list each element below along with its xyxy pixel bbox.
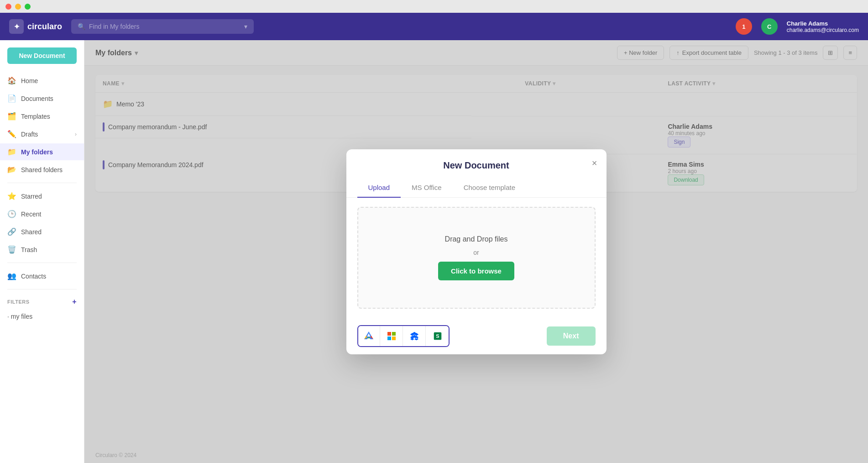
modal-tabs: Upload MS Office Choose template bbox=[346, 178, 607, 198]
svg-rect-3 bbox=[392, 337, 396, 340]
sidebar-item-label: Templates bbox=[21, 113, 50, 120]
svg-rect-2 bbox=[387, 337, 391, 340]
sharepoint-button[interactable]: S bbox=[427, 326, 449, 346]
sidebar-item-shared-folders[interactable]: 📂 Shared folders bbox=[0, 161, 84, 178]
browse-button[interactable]: Click to browse bbox=[438, 262, 514, 280]
windows-icon bbox=[387, 331, 397, 341]
new-document-modal: New Document × Upload MS Office Choose t… bbox=[346, 149, 607, 354]
search-dropdown-icon[interactable]: ▾ bbox=[244, 23, 247, 30]
drag-drop-text: Drag and Drop files bbox=[445, 235, 508, 243]
google-drive-icon bbox=[363, 331, 374, 342]
drafts-icon: ✏️ bbox=[7, 130, 16, 138]
modal-footer: S Next bbox=[346, 318, 607, 354]
search-icon: 🔍 bbox=[78, 23, 85, 30]
modal-body: Drag and Drop files or Click to browse bbox=[346, 198, 607, 318]
sidebar-divider-3 bbox=[7, 289, 77, 289]
app-logo: ✦ circularo bbox=[9, 19, 62, 34]
upload-drop-area[interactable]: Drag and Drop files or Click to browse bbox=[357, 207, 596, 309]
sidebar-item-label: Drafts bbox=[21, 131, 38, 138]
cloud-sources-group: S bbox=[357, 325, 450, 347]
new-document-button[interactable]: New Document bbox=[7, 47, 77, 64]
home-icon: 🏠 bbox=[7, 76, 16, 85]
sidebar-item-starred[interactable]: ⭐ Starred bbox=[0, 188, 84, 205]
minimize-window-button[interactable] bbox=[15, 4, 21, 10]
sidebar-item-label: Contacts bbox=[21, 273, 46, 280]
filters-section: FILTERS + bbox=[0, 294, 84, 308]
my-folders-icon: 📁 bbox=[7, 147, 16, 156]
app-container: ✦ circularo 🔍 ▾ 1 C Charlie Adams charli… bbox=[0, 13, 868, 463]
modal-overlay[interactable]: New Document × Upload MS Office Choose t… bbox=[84, 40, 868, 463]
trash-icon: 🗑️ bbox=[7, 245, 16, 254]
user-info: Charlie Adams charlie.adams@circularo.co… bbox=[787, 20, 859, 33]
recent-icon: 🕒 bbox=[7, 210, 16, 218]
app-header: ✦ circularo 🔍 ▾ 1 C Charlie Adams charli… bbox=[0, 13, 868, 40]
sidebar: New Document 🏠 Home 📄 Documents 🗂️ Templ… bbox=[0, 40, 84, 463]
shared-folders-icon: 📂 bbox=[7, 165, 16, 174]
next-button[interactable]: Next bbox=[547, 326, 596, 346]
templates-icon: 🗂️ bbox=[7, 112, 16, 121]
user-avatar[interactable]: C bbox=[761, 18, 778, 35]
dropbox-button[interactable] bbox=[404, 326, 426, 346]
tab-upload[interactable]: Upload bbox=[357, 178, 401, 198]
search-bar[interactable]: 🔍 ▾ bbox=[71, 19, 254, 34]
contacts-icon: 👥 bbox=[7, 272, 16, 280]
window-chrome bbox=[0, 0, 868, 13]
sidebar-item-label: Trash bbox=[21, 246, 37, 253]
filters-label: FILTERS bbox=[7, 299, 30, 305]
sidebar-item-label: Starred bbox=[21, 193, 42, 200]
sidebar-divider-2 bbox=[7, 263, 77, 263]
main-layout: New Document 🏠 Home 📄 Documents 🗂️ Templ… bbox=[0, 40, 868, 463]
sharepoint-icon: S bbox=[433, 331, 443, 341]
logo-text: circularo bbox=[27, 22, 62, 32]
sidebar-item-trash[interactable]: 🗑️ Trash bbox=[0, 241, 84, 258]
notification-count: 1 bbox=[742, 23, 745, 30]
drafts-chevron: › bbox=[75, 131, 77, 137]
upload-or-text: or bbox=[473, 249, 479, 256]
user-email: charlie.adams@circularo.com bbox=[787, 27, 859, 33]
sidebar-item-label: My folders bbox=[21, 148, 53, 156]
onedrive-button[interactable] bbox=[381, 326, 403, 346]
modal-close-button[interactable]: × bbox=[592, 158, 597, 168]
filters-add-icon[interactable]: + bbox=[72, 298, 77, 306]
modal-title: New Document bbox=[357, 160, 596, 171]
sidebar-item-label: · my files bbox=[7, 313, 32, 320]
sidebar-item-drafts[interactable]: ✏️ Drafts › bbox=[0, 126, 84, 142]
tab-ms-office[interactable]: MS Office bbox=[401, 178, 453, 198]
logo-icon: ✦ bbox=[9, 19, 24, 34]
shared-icon: 🔗 bbox=[7, 227, 16, 236]
svg-text:S: S bbox=[436, 333, 439, 338]
search-input[interactable] bbox=[89, 23, 241, 30]
svg-rect-1 bbox=[392, 332, 396, 336]
sidebar-item-documents[interactable]: 📄 Documents bbox=[0, 90, 84, 107]
sidebar-item-recent[interactable]: 🕒 Recent bbox=[0, 205, 84, 222]
sidebar-item-home[interactable]: 🏠 Home bbox=[0, 72, 84, 89]
sidebar-item-my-files[interactable]: · my files bbox=[0, 309, 84, 324]
google-drive-button[interactable] bbox=[358, 326, 380, 346]
sidebar-item-label: Shared folders bbox=[21, 166, 63, 174]
sidebar-item-label: Recent bbox=[21, 210, 41, 218]
sidebar-item-templates[interactable]: 🗂️ Templates bbox=[0, 108, 84, 125]
sidebar-item-shared[interactable]: 🔗 Shared bbox=[0, 223, 84, 240]
tab-choose-template[interactable]: Choose template bbox=[453, 178, 526, 198]
maximize-window-button[interactable] bbox=[25, 4, 31, 10]
sidebar-item-label: Documents bbox=[21, 95, 53, 102]
notification-avatar[interactable]: 1 bbox=[736, 18, 752, 35]
svg-rect-0 bbox=[387, 332, 391, 336]
content-area: My folders ▾ + New folder ↑ Export docum… bbox=[84, 40, 868, 463]
modal-header: New Document × bbox=[346, 149, 607, 178]
sidebar-item-my-folders[interactable]: 📁 My folders bbox=[0, 143, 84, 160]
starred-icon: ⭐ bbox=[7, 192, 16, 200]
close-window-button[interactable] bbox=[5, 4, 11, 10]
sidebar-item-label: Home bbox=[21, 77, 38, 84]
sidebar-item-label: Shared bbox=[21, 228, 42, 236]
dropbox-icon bbox=[409, 331, 419, 341]
user-name: Charlie Adams bbox=[787, 20, 859, 27]
documents-icon: 📄 bbox=[7, 94, 16, 103]
sidebar-item-contacts[interactable]: 👥 Contacts bbox=[0, 268, 84, 284]
sidebar-divider bbox=[7, 183, 77, 183]
